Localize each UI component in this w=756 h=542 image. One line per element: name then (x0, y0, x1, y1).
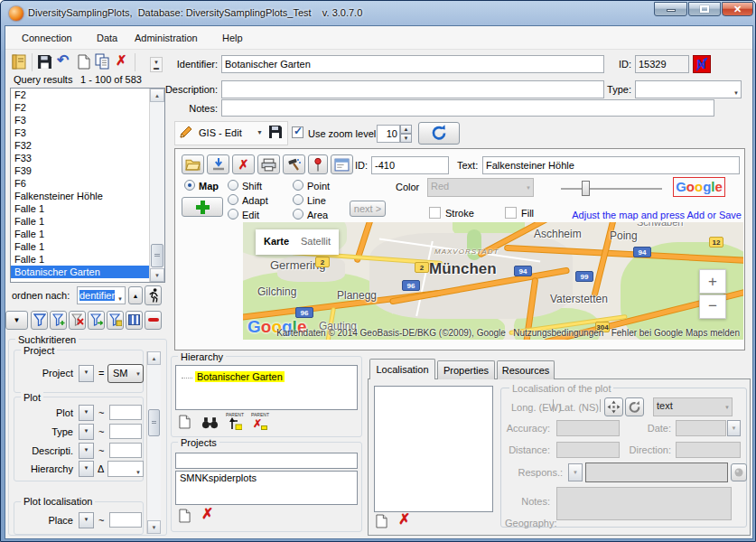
filter-button[interactable] (31, 311, 48, 330)
filter-add-button[interactable] (50, 311, 67, 330)
spinner-buttons[interactable]: ▲ ▼ (400, 125, 412, 143)
new-record-button[interactable] (78, 54, 90, 70)
maximize-button[interactable] (688, 2, 721, 16)
copy-button[interactable] (95, 53, 110, 70)
minimize-button[interactable] (654, 2, 687, 16)
remove-filter-button[interactable] (145, 311, 162, 330)
order-by-combo[interactable]: dentifier▼ (77, 286, 126, 304)
map-canvas[interactable]: Schwaben Aschheim Poing MAXVORSTADT Germ… (243, 222, 743, 340)
localisation-delete-button[interactable]: ✗ (398, 510, 410, 528)
report-error-link[interactable]: Fehler bei Google Maps melden (611, 328, 740, 338)
projects-delete-button[interactable]: ✗ (201, 505, 213, 522)
map-zoom-out-button[interactable]: − (699, 294, 726, 319)
project-value-combo[interactable]: SM▼ (107, 364, 144, 383)
gis-tools-button[interactable] (283, 154, 305, 174)
responsible-dropdown[interactable]: ▼ (568, 463, 583, 481)
radio-area[interactable] (293, 209, 303, 220)
list-item[interactable]: Falkensteiner Höhle (11, 190, 149, 202)
filter-apply-button[interactable] (88, 311, 105, 330)
gis-pin-button[interactable] (308, 154, 328, 174)
hierarchy-new-button[interactable] (179, 415, 191, 429)
center-coordinates-button[interactable] (604, 397, 623, 416)
undo-button[interactable]: ↶ (57, 51, 69, 69)
type-operator-dropdown[interactable]: ▼ (79, 424, 94, 440)
gis-edit-selector[interactable]: GIS - Edit (179, 125, 242, 139)
terms-link[interactable]: Nutzungsbedingungen (513, 328, 603, 338)
menu-administration[interactable]: Administration (135, 33, 198, 43)
tab-localisation[interactable]: Localisation (369, 359, 435, 379)
gis-print-button[interactable] (257, 154, 280, 174)
responsible-lookup-button[interactable] (731, 463, 747, 481)
projects-new-button[interactable] (179, 509, 191, 523)
date-dropdown[interactable]: ▼ (727, 420, 741, 436)
list-item[interactable]: Falle 1 (11, 202, 149, 215)
list-item[interactable]: F2 (11, 101, 149, 114)
list-item[interactable]: Falle 1 (11, 240, 149, 253)
hierarchy-search-button[interactable] (201, 416, 219, 429)
radio-adapt[interactable] (228, 194, 238, 205)
address-book-button[interactable] (10, 54, 28, 70)
list-item[interactable]: F3 (11, 114, 149, 126)
close-button[interactable]: ✕ (722, 2, 753, 16)
map-type-satellit[interactable]: Satellit (301, 236, 331, 247)
radio-shift[interactable] (228, 180, 238, 191)
remove-parent-button[interactable]: PARENT ✗ (250, 412, 270, 432)
list-item[interactable]: F3 (11, 126, 149, 139)
zoom-level-spinner[interactable]: 10 (377, 125, 400, 143)
use-zoom-checkbox[interactable]: ✓ (292, 126, 303, 138)
next-button[interactable]: next > (350, 201, 386, 217)
search-scrollbar[interactable]: ▲ ▼ (146, 351, 161, 534)
localisation-new-button[interactable] (376, 514, 387, 528)
place-operator-dropdown[interactable]: ▼ (79, 512, 94, 528)
gis-delete-button[interactable]: ✗ (232, 154, 255, 174)
titlebar[interactable]: DiversitySamplingPlots, Database: Divers… (1, 1, 755, 25)
spin-up-icon[interactable]: ▲ (400, 125, 412, 134)
description-input[interactable] (109, 443, 142, 458)
set-parent-button[interactable]: PARENT (225, 412, 245, 432)
refresh-button[interactable] (418, 122, 460, 145)
place-input[interactable] (109, 512, 142, 528)
list-item[interactable]: F39 (11, 164, 149, 177)
gis-open-button[interactable] (182, 154, 204, 174)
gis-import-button[interactable] (207, 154, 229, 174)
projects-input[interactable] (175, 453, 358, 469)
list-item[interactable]: Falle 1 (11, 228, 149, 240)
spin-down-icon[interactable]: ▼ (400, 134, 412, 143)
plot-operator-dropdown[interactable]: ▼ (79, 405, 94, 421)
list-item[interactable]: F33 (11, 152, 149, 164)
menu-connection[interactable]: Connection (22, 33, 72, 43)
map-zoom-in-button[interactable]: + (699, 269, 726, 294)
delete-record-button[interactable]: ✗ (116, 52, 127, 69)
stroke-checkbox[interactable] (429, 207, 441, 219)
list-scrollbar[interactable]: ▲ ▼ (149, 89, 164, 282)
compass-n-icon[interactable]: N (693, 55, 711, 73)
filter-clear-button[interactable] (69, 311, 86, 330)
hierarchy-tree-item[interactable]: Botanischer Garten (195, 371, 285, 382)
notes-input[interactable] (221, 99, 714, 117)
scrollbar-thumb[interactable] (148, 409, 160, 436)
gis-id-input[interactable]: -410 (371, 156, 449, 174)
columns-button[interactable] (126, 311, 143, 330)
scrollbar-thumb[interactable] (151, 244, 163, 267)
run-query-button[interactable] (145, 285, 162, 305)
save-button[interactable] (37, 54, 52, 70)
radio-map[interactable] (184, 180, 195, 191)
gis-save-button[interactable] (268, 125, 283, 139)
list-item[interactable]: F2 (11, 89, 149, 101)
fill-checkbox[interactable] (505, 207, 517, 219)
identifier-input[interactable]: Botanischer Garten (221, 55, 604, 73)
google-maptype-button[interactable]: Google (673, 177, 725, 197)
opacity-slider-track[interactable] (561, 188, 662, 190)
tab-properties[interactable]: Properties (437, 360, 495, 379)
radio-edit[interactable] (228, 209, 238, 220)
filter-toggle-button[interactable]: ▼ (5, 311, 28, 330)
add-geometry-button[interactable] (182, 197, 223, 217)
hierarchy-operator-dropdown[interactable]: ▼ (79, 461, 94, 477)
hierarchy-combo[interactable]: ▼ (107, 461, 144, 477)
gis-form-button[interactable] (331, 154, 353, 174)
localisation-list[interactable] (374, 386, 493, 512)
scroll-up-icon[interactable]: ▲ (147, 351, 161, 365)
scroll-down-icon[interactable]: ▼ (147, 520, 161, 534)
project-operator-dropdown[interactable]: ▼ (79, 365, 94, 382)
list-item[interactable]: Falle 1 (11, 253, 149, 266)
